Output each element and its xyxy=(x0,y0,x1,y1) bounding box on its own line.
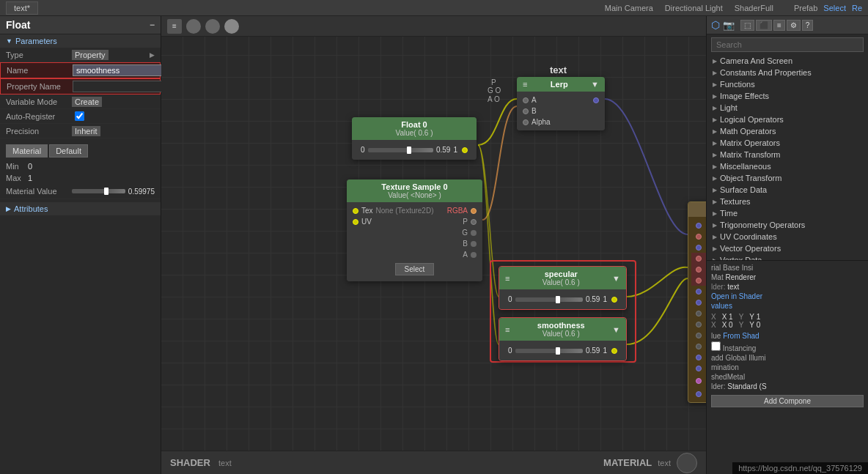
material-sphere xyxy=(677,453,697,473)
a-port xyxy=(471,252,477,258)
p-out-label: P xyxy=(463,218,468,226)
master-node[interactable]: text Albedo Normal Emission xyxy=(688,201,707,403)
float0-node[interactable]: Float 0 Value( 0.6 ) 0 0.59 1 xyxy=(352,117,477,160)
lerp-out-port xyxy=(593,97,599,103)
min-value: 0 xyxy=(28,162,32,171)
b-port xyxy=(471,241,477,247)
tree-functions[interactable]: Functions xyxy=(707,78,868,90)
toolbar-circle-3[interactable] xyxy=(224,19,239,34)
float0-title: Float 0 xyxy=(401,120,427,129)
tree-matrix-ops[interactable]: Matrix Operators xyxy=(707,137,868,149)
specular-arrow[interactable]: ▼ xyxy=(612,274,620,283)
toolbar-btn-1[interactable]: ≡ xyxy=(167,19,182,34)
lvn-row: Local Vertex Normal xyxy=(691,363,707,374)
uv-label: UV xyxy=(361,218,372,226)
b-label: B xyxy=(463,240,468,248)
smoothness-port xyxy=(696,267,702,273)
tree-surface-data[interactable]: Surface Data xyxy=(707,184,868,196)
shader-canvas[interactable]: text P G O A O Float 0 Value( 0.6 ) 0 xyxy=(161,37,706,451)
variable-mode-value[interactable]: Create xyxy=(72,97,102,107)
attributes-header: Attributes xyxy=(14,204,48,213)
nav-main-camera: Main Camera xyxy=(605,4,653,12)
smoothness-row: Smoothness xyxy=(691,264,707,275)
mat-value-display: 0.59975 xyxy=(128,188,155,196)
tree-matrix-transform[interactable]: Matrix Transform xyxy=(707,149,868,160)
revert-label[interactable]: Re xyxy=(852,4,862,12)
tree-constants[interactable]: Constants And Properties xyxy=(707,67,868,78)
share-icon[interactable]: ⬡ xyxy=(711,19,720,31)
ctrl-btn-2[interactable]: ⬛ xyxy=(756,20,772,31)
smooth-val: 0.59 xyxy=(586,347,600,355)
tree-image-effects[interactable]: Image Effects xyxy=(707,90,868,102)
select-btn[interactable]: Select xyxy=(395,263,435,275)
values-link[interactable]: values xyxy=(711,302,864,310)
lerp-arrow[interactable]: ▼ xyxy=(591,80,599,89)
precision-value[interactable]: Inherit xyxy=(72,126,100,136)
select-label[interactable]: Select xyxy=(823,4,846,12)
camera-icon[interactable]: 📷 xyxy=(723,20,735,31)
custom-lighting-port xyxy=(696,344,702,349)
tree-vertex-data[interactable]: Vertex Data xyxy=(707,254,868,260)
float0-slider[interactable] xyxy=(368,148,433,152)
open-shader-btn[interactable]: Open in Shader xyxy=(711,292,864,300)
tree-time[interactable]: Time xyxy=(707,207,868,219)
metal-label: shedMetal xyxy=(711,373,864,381)
lerp-b-port xyxy=(523,108,529,114)
smoothness-node[interactable]: ≡ smoothness Value( 0.6 ) ▼ 0 0.59 1 xyxy=(499,317,627,361)
property-name-label: Property Name xyxy=(7,82,73,91)
smooth-slider[interactable] xyxy=(515,349,583,353)
tree-trig-ops[interactable]: Trigonometry Operators xyxy=(707,219,868,231)
specular-row: Specular xyxy=(691,253,707,264)
toolbar-circle-1[interactable] xyxy=(186,19,201,34)
add-component-btn[interactable]: Add Compone xyxy=(711,395,864,407)
instancing-checkbox[interactable] xyxy=(711,341,721,351)
parameters-header: Parameters xyxy=(15,37,57,45)
search-input[interactable] xyxy=(711,37,864,52)
opacity-mask-row: Opacity Mask xyxy=(691,330,707,341)
tree-logical-ops[interactable]: Logical Operators xyxy=(707,114,868,125)
emission-row: Emission xyxy=(691,242,707,253)
nav-shaderfull: ShaderFull xyxy=(735,4,773,12)
float0-out-port xyxy=(462,147,468,153)
ctrl-btn-3[interactable]: ≡ xyxy=(773,20,785,31)
ctrl-btn-5[interactable]: ? xyxy=(802,20,814,31)
tree-vector-ops[interactable]: Vector Operators xyxy=(707,242,868,254)
ctrl-btn-4[interactable]: ⚙ xyxy=(787,20,801,31)
mat-value-slider[interactable] xyxy=(72,189,125,193)
translucency-row: Translucency xyxy=(691,297,707,308)
minimize-btn[interactable]: − xyxy=(150,20,155,30)
spec-out-port xyxy=(611,297,617,303)
prefab-label: Prefab xyxy=(794,4,817,12)
ctrl-btn-1[interactable]: ⬚ xyxy=(740,20,754,31)
panel-title: Float xyxy=(6,19,30,31)
lerp-text-label: text xyxy=(550,64,567,75)
type-value[interactable]: Property xyxy=(72,50,108,60)
lerp-menu[interactable]: ≡ xyxy=(523,80,527,89)
smooth-min: 0 xyxy=(508,347,512,355)
tree-math-ops[interactable]: Math Operators xyxy=(707,125,868,137)
spec-slider[interactable] xyxy=(515,297,583,302)
min-label: Min xyxy=(6,162,28,171)
tab-text[interactable]: text* xyxy=(6,1,38,15)
uv-port xyxy=(353,219,358,225)
lerp-node[interactable]: ≡ Lerp ▼ A B xyxy=(517,77,605,130)
auto-register-checkbox[interactable] xyxy=(75,111,84,121)
tree-light[interactable]: Light xyxy=(707,102,868,114)
specular-node[interactable]: ≡ specular Value( 0.6 ) ▼ 0 0.59 1 xyxy=(499,266,627,310)
smooth-arrow[interactable]: ▼ xyxy=(612,325,620,334)
texture-sample-node[interactable]: Texture Sample 0 Value( <None> ) Tex Non… xyxy=(347,179,482,281)
tree-uv-coords[interactable]: UV Coordinates xyxy=(707,231,868,242)
auto-register-label: Auto-Register xyxy=(6,112,72,121)
material-btn[interactable]: Material xyxy=(6,144,48,158)
default-btn[interactable]: Default xyxy=(49,144,88,158)
mat-renderer-label: Mat Renderer xyxy=(711,273,864,281)
tessellation-port xyxy=(696,378,702,384)
tree-textures[interactable]: Textures xyxy=(707,196,868,207)
toolbar-circle-2[interactable] xyxy=(205,19,220,34)
float0-val: 0.59 xyxy=(436,146,450,154)
tree-object-transform[interactable]: Object Transform xyxy=(707,172,868,184)
float0-min: 0 xyxy=(361,146,365,154)
tree-camera[interactable]: Camera And Screen xyxy=(707,55,868,67)
tessellation-row: Tessellation ⬇ xyxy=(691,374,707,388)
tree-misc[interactable]: Miscellaneous xyxy=(707,160,868,172)
